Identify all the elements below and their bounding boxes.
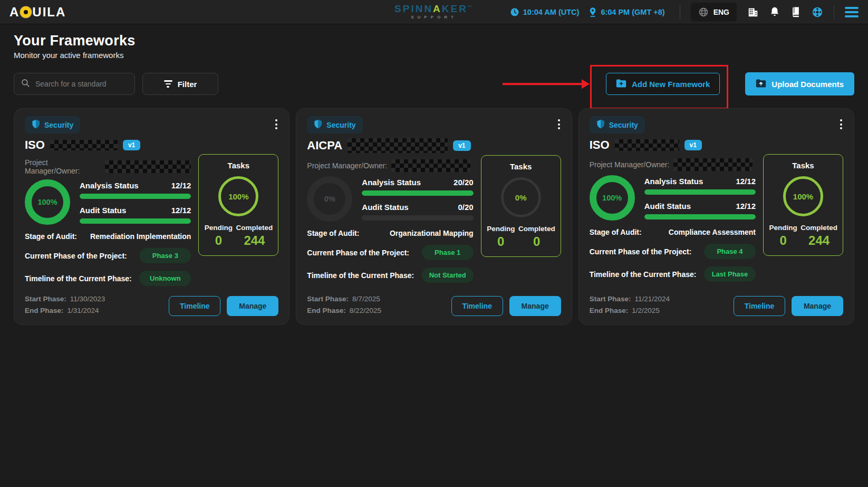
timeline-phase-badge: Not Started — [422, 268, 474, 283]
current-phase-row: Current Phase of the Project: Phase 1 — [307, 245, 473, 260]
organization-icon[interactable] — [747, 6, 759, 18]
framework-title: ISO — [25, 138, 45, 152]
phase-badge: Phase 4 — [704, 244, 756, 259]
framework-title: AICPA — [307, 139, 342, 152]
audit-status-value: 12/12 — [171, 206, 191, 215]
audit-bar-fill — [644, 214, 756, 219]
search-box[interactable] — [14, 73, 135, 95]
audit-status-value: 12/12 — [736, 202, 756, 211]
card-body: Project Manager/Owner: 100% Analysis Sta… — [590, 154, 843, 282]
pending-value: 0 — [487, 234, 515, 249]
audit-bar-fill — [80, 218, 191, 224]
timeline-button[interactable]: Timeline — [451, 296, 503, 316]
documentation-book-icon[interactable] — [790, 6, 801, 18]
tasks-ring-value: 0% — [515, 193, 527, 202]
phase-badge: Phase 3 — [139, 248, 191, 263]
app-window: AUILA SPINNAKER™ SUPPORT 10:04 AM (UTC) … — [0, 0, 868, 487]
audit-status-row: Audit Status 12/12 — [80, 206, 191, 215]
tasks-ring: 100% — [783, 176, 823, 216]
analysis-bar-fill — [644, 189, 756, 195]
owner-row: Project Manager/Owner: — [25, 158, 191, 175]
tasks-title: Tasks — [204, 161, 273, 170]
pending-value: 0 — [769, 233, 797, 248]
top-bar: AUILA SPINNAKER™ SUPPORT 10:04 AM (UTC) … — [0, 0, 868, 24]
tasks-ring-value: 100% — [793, 192, 813, 201]
pending-value: 0 — [204, 233, 233, 248]
card-menu-kebab-icon[interactable] — [839, 118, 843, 130]
manage-button[interactable]: Manage — [227, 296, 278, 316]
analysis-status-row: Analysis Status 12/12 — [80, 181, 191, 190]
owner-label: Project Manager/Owner: — [25, 158, 101, 175]
card-left-column: Project Manager/Owner: 100% Analysis Sta… — [25, 154, 191, 286]
add-new-framework-button[interactable]: Add New Framework — [606, 73, 720, 95]
owner-label: Project Manager/Owner: — [590, 160, 670, 169]
analysis-status-row: Analysis Status 20/20 — [362, 178, 473, 187]
manage-button[interactable]: Manage — [509, 296, 561, 316]
start-phase-row: Start Phase:11/30/2023 — [25, 293, 105, 305]
utc-time: 10:04 AM (UTC) — [510, 7, 580, 17]
tasks-title: Tasks — [487, 162, 555, 171]
progress-ring-value: 0% — [324, 195, 335, 203]
globe-icon — [698, 7, 709, 17]
timeline-phase-badge: Last Phase — [704, 266, 756, 282]
notifications-bell-icon[interactable] — [769, 6, 780, 18]
frameworks-cards-row: Security ISO v1 Project Manager/Owner: 1… — [14, 108, 854, 325]
timeline-button[interactable]: Timeline — [169, 296, 220, 316]
category-badge: Security — [307, 116, 362, 133]
current-phase-row: Current Phase of the Project: Phase 4 — [590, 244, 756, 259]
analysis-status-row: Analysis Status 12/12 — [644, 177, 756, 186]
tasks-counters: Pending Completed 0 244 — [204, 224, 273, 248]
redacted-owner-block — [105, 160, 191, 173]
timeline-phase-label: Timeline of the Current Phase: — [307, 271, 414, 280]
language-label: ENG — [713, 8, 729, 16]
phase-label: Current Phase of the Project: — [307, 249, 409, 257]
end-phase-value: 1/2/2025 — [632, 307, 660, 314]
tasks-counters: Pending Completed 0 244 — [769, 224, 837, 248]
framework-title: ISO — [590, 138, 610, 152]
spinnaker-brand: SPINNAKER™ SUPPORT — [394, 4, 474, 20]
brand-post: KER — [442, 3, 468, 14]
completed-value: 244 — [236, 233, 273, 248]
card-footer: Start Phase:11/30/2023 End Phase:1/31/20… — [25, 286, 278, 316]
language-selector[interactable]: ENG — [691, 3, 737, 22]
analysis-status-label: Analysis Status — [80, 181, 139, 190]
completed-label: Completed — [236, 224, 273, 232]
card-title-row: ISO v1 — [590, 138, 843, 152]
phase-label: Current Phase of the Project: — [590, 247, 692, 256]
tasks-panel: Tasks 0% Pending Completed 0 0 — [481, 155, 561, 257]
card-actions: Timeline Manage — [169, 296, 278, 316]
manage-button[interactable]: Manage — [792, 296, 843, 316]
main-content: Your Frameworks Monitor your active fram… — [0, 33, 868, 325]
framework-card: Security ISO v1 Project Manager/Owner: 1… — [578, 108, 854, 325]
start-phase-row: Start Phase:11/21/2024 — [590, 293, 670, 305]
card-menu-kebab-icon[interactable] — [274, 118, 278, 130]
end-phase-row: End Phase:1/31/2024 — [25, 305, 105, 317]
card-body: Project Manager/Owner: 0% Analysis Statu… — [307, 155, 561, 283]
card-menu-kebab-icon[interactable] — [557, 118, 561, 130]
tasks-panel: Tasks 100% Pending Completed 0 244 — [763, 154, 843, 256]
search-input[interactable] — [35, 80, 131, 88]
logo-text-post: UILA — [32, 5, 66, 20]
stage-value: Compliance Assessment — [669, 228, 756, 236]
progress-section: 0% Analysis Status 20/20 Audit Status 0/… — [307, 176, 473, 222]
help-wheel-icon[interactable] — [812, 6, 823, 18]
filter-button[interactable]: Filter — [142, 73, 218, 95]
phase-dates: Start Phase:11/30/2023 End Phase:1/31/20… — [25, 293, 105, 316]
logo-eye-icon — [20, 6, 32, 18]
timeline-phase-badge: Unknown — [139, 271, 191, 286]
timeline-button[interactable]: Timeline — [734, 296, 785, 316]
stage-label: Stage of Audit: — [25, 232, 77, 241]
stage-label: Stage of Audit: — [307, 229, 359, 237]
card-actions: Timeline Manage — [451, 296, 561, 316]
progress-ring: 100% — [25, 179, 70, 225]
aquila-logo[interactable]: AUILA — [9, 5, 66, 20]
pending-label: Pending — [769, 224, 797, 232]
start-phase-value: 11/21/2024 — [634, 295, 670, 303]
audit-progress-bar — [80, 218, 191, 224]
card-title-row: ISO v1 — [25, 138, 278, 152]
upload-documents-label: Upload Documents — [771, 80, 844, 89]
menu-hamburger-icon[interactable] — [845, 7, 859, 17]
stage-value: Remediation Implementation — [90, 232, 191, 241]
brand-a: A — [433, 3, 442, 14]
upload-documents-button[interactable]: Upload Documents — [745, 72, 854, 96]
